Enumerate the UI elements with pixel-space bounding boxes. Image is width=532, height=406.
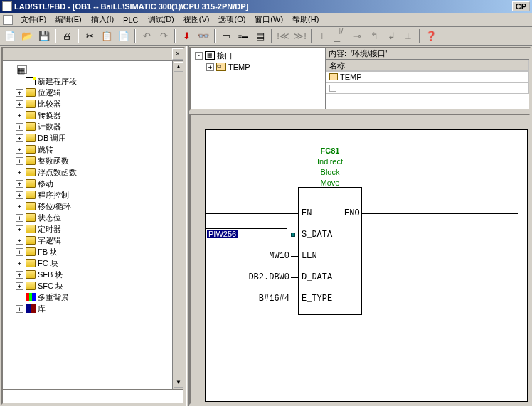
menu-debug[interactable]: 调试(D): [144, 13, 179, 26]
fbd-input-value[interactable]: PIW256: [207, 230, 264, 240]
save-button[interactable]: 💾: [36, 28, 52, 44]
tree-item[interactable]: +比较器: [4, 98, 182, 109]
tree-item-multi-bg[interactable]: 多重背景: [4, 292, 182, 303]
tree-item-label: SFC 块: [38, 281, 63, 292]
monitor-button[interactable]: 👓: [196, 28, 211, 44]
tree-item[interactable]: +浮点数函数: [4, 166, 182, 178]
library-label: 库: [38, 304, 46, 314]
no-button[interactable]: ⊣/⊢: [332, 28, 348, 44]
menu-options[interactable]: 选项(O): [214, 13, 250, 26]
fbd-input-value[interactable]: B#16#4: [213, 294, 289, 304]
expand-icon[interactable]: +: [16, 89, 23, 97]
expand-icon[interactable]: +: [16, 282, 23, 290]
redo-button[interactable]: ↷: [156, 28, 171, 44]
paste-button[interactable]: 📄: [116, 28, 132, 44]
tree-item-new-network[interactable]: 新建程序段: [4, 75, 182, 87]
expand-icon[interactable]: +: [16, 214, 23, 222]
multi-bg-label: 多重背景: [38, 292, 69, 303]
menu-insert[interactable]: 插入(I): [87, 13, 118, 26]
folder-icon: [26, 156, 36, 165]
tree-item[interactable]: +SFC 块: [4, 280, 182, 292]
tree-item[interactable]: +FB 块: [4, 246, 182, 257]
editor-canvas[interactable]: FC81 Indirect Block Move "IBLKMOV" EN EN…: [205, 129, 528, 402]
expand-icon[interactable]: +: [16, 203, 23, 210]
scroll-up-button[interactable]: ▲: [174, 62, 183, 72]
menu-file[interactable]: 文件(F): [16, 13, 50, 26]
help-button[interactable]: ❓: [423, 28, 439, 44]
tree-item[interactable]: +字逻辑: [4, 235, 182, 246]
folder-icon: [26, 168, 36, 176]
menu-edit[interactable]: 编辑(E): [51, 13, 86, 26]
tree-item[interactable]: +定时器: [4, 223, 182, 235]
expand-icon[interactable]: +: [16, 225, 23, 233]
tree-item[interactable]: +移位/循环: [4, 201, 182, 212]
tree-item[interactable]: +跳转: [4, 144, 182, 155]
coil-button[interactable]: ⊸: [349, 28, 365, 44]
expand-icon[interactable]: +: [16, 237, 23, 245]
temp-row-icon: [329, 73, 338, 80]
tree-item-library[interactable]: + 库: [4, 303, 182, 314]
folder-icon: [26, 145, 36, 154]
nc-button[interactable]: ⊣⊢: [315, 28, 331, 44]
expand-icon[interactable]: +: [16, 169, 23, 176]
scroll-down-button[interactable]: ▼: [174, 378, 183, 388]
expand-icon[interactable]: +: [16, 271, 23, 279]
expand-icon[interactable]: +: [16, 134, 23, 142]
tree-item[interactable]: +状态位: [4, 212, 182, 223]
menu-help[interactable]: 帮助(H): [288, 13, 323, 26]
expand-icon[interactable]: +: [16, 260, 23, 267]
new-button[interactable]: 📄: [2, 28, 18, 44]
copy-button[interactable]: 📋: [99, 28, 115, 44]
menu-window[interactable]: 窗口(W): [250, 13, 287, 26]
wire-stub: [291, 256, 298, 257]
catalog-button[interactable]: ▤: [252, 28, 268, 44]
name-column-header[interactable]: 名称: [326, 60, 529, 71]
network-button[interactable]: ≡▬: [235, 28, 251, 44]
menu-plc[interactable]: PLC: [119, 14, 142, 26]
temp-row[interactable]: TEMP: [326, 71, 529, 82]
catalog-scrollbar[interactable]: ▲ ▼: [172, 61, 183, 389]
open-button[interactable]: 📂: [19, 28, 35, 44]
empty-row[interactable]: [326, 82, 529, 94]
contents-grid[interactable]: 名称 TEMP: [326, 60, 529, 109]
close-panel-button[interactable]: ×: [172, 48, 183, 60]
tree-root-icon: ▦: [17, 65, 27, 74]
tree-item[interactable]: +计数器: [4, 121, 182, 132]
expand-icon[interactable]: +: [16, 180, 23, 188]
tree-item[interactable]: +位逻辑: [4, 87, 182, 98]
undo-button[interactable]: ↶: [139, 28, 154, 44]
tree-item[interactable]: +程序控制: [4, 189, 182, 201]
cp-button[interactable]: CP: [512, 1, 530, 11]
tree-item[interactable]: +转换器: [4, 109, 182, 121]
tree-item[interactable]: +SFB 块: [4, 269, 182, 280]
interface-tree[interactable]: - ▦ 接口 + ▭ TEMP: [191, 48, 325, 109]
expand-icon[interactable]: +: [16, 112, 23, 119]
expand-icon[interactable]: +: [16, 248, 23, 256]
expand-icon[interactable]: +: [16, 100, 23, 108]
cut-button[interactable]: ✂: [82, 28, 97, 44]
menu-view[interactable]: 视图(V): [179, 13, 214, 26]
connector-box[interactable]: [291, 233, 295, 237]
expand-icon[interactable]: +: [16, 146, 23, 154]
expand-icon[interactable]: +: [16, 191, 23, 199]
prev-button[interactable]: ≫!: [292, 28, 308, 44]
folder-icon: [26, 247, 36, 256]
goto-button[interactable]: !≪: [275, 28, 291, 44]
tree-item[interactable]: +FC 块: [4, 257, 182, 269]
fbd-input-value[interactable]: MW10: [213, 251, 289, 261]
block-button[interactable]: ▭: [218, 28, 234, 44]
expand-icon[interactable]: +: [16, 123, 23, 131]
catalog-tree[interactable]: ▦ 新建程序段 +位逻辑+比较器+转换器+计数器+DB 调用+跳转+整数函数+浮…: [3, 61, 183, 389]
branch-open-button[interactable]: ↰: [366, 28, 382, 44]
tree-item[interactable]: +整数函数: [4, 155, 182, 166]
expand-icon[interactable]: +: [16, 157, 23, 165]
app-menu-icon[interactable]: [3, 15, 13, 25]
print-button[interactable]: 🖨: [59, 28, 75, 44]
tree-item[interactable]: +DB 调用: [4, 132, 182, 144]
tree-item[interactable]: +移动: [4, 178, 182, 189]
download-button[interactable]: ⬇: [179, 28, 194, 44]
fbd-input-value[interactable]: DB2.DBW0: [213, 272, 289, 282]
branch-close-button[interactable]: ↲: [383, 28, 399, 44]
connect-button[interactable]: ⟂: [400, 28, 416, 44]
tree-root[interactable]: ▦: [4, 64, 182, 75]
